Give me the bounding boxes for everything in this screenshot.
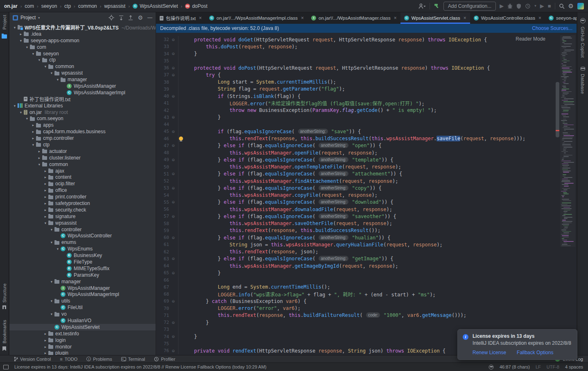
tree-row[interactable]: ▸actuator [9,148,156,155]
run-icon[interactable]: ▶ [500,3,504,9]
breadcrumb-item[interactable]: ctp [64,3,71,9]
code-line[interactable]: 67 Long end = System.currentTimeMillis()… [156,284,577,291]
code-line[interactable]: 40⊖ if (Strings.isBlank(flag)) { [156,93,577,100]
tree-row[interactable]: ▸safetyprotection [9,200,156,207]
debug-icon[interactable] [507,3,513,9]
chevron-down-icon[interactable]: ▾ [49,240,54,244]
build-hammer-icon[interactable] [434,3,440,9]
tree-row[interactable]: ▸cap4.form.modules.business [9,128,156,135]
fallback-options-link[interactable]: Fallback Options [517,350,553,355]
code-line[interactable]: 35 [156,57,577,64]
tree-row[interactable]: ▾seeyon [9,50,156,57]
tree-row[interactable]: ▸office [9,187,156,193]
chevron-down-icon[interactable]: ▾ [49,312,54,316]
tool-button-problems[interactable]: ! Problems [86,357,112,362]
chevron-down-icon[interactable]: ▾ [38,16,40,20]
tree-row[interactable]: ▾ctp [9,57,156,63]
code-line[interactable]: 34⊖ } [156,50,577,57]
tree-row[interactable]: ▾wpsassist [9,70,156,76]
fold-marker-icon[interactable]: ⊖ [169,257,177,261]
code-line[interactable]: 58 this.wpsAssistManager.saveOtherFile(r… [156,220,577,227]
code-line[interactable]: 60⊖ } else if (flag.equalsIgnoreCase( an… [156,234,577,241]
code-editor[interactable]: 32⊖ protected void doGet(HttpServletRequ… [156,33,577,355]
chevron-down-icon[interactable]: ▾ [24,116,30,121]
tab-close-icon[interactable]: × [538,15,541,21]
breadcrumb-item[interactable]: mdoPost [185,3,207,9]
tree-row[interactable]: ▸ajax [9,168,156,174]
fold-marker-icon[interactable]: ⊖ [169,143,177,148]
tree-row[interactable]: IWpsAssistManager [9,285,156,291]
fold-marker-icon[interactable]: ⊖ [169,38,177,42]
code-line[interactable]: 72⊖ } [156,319,577,326]
project-panel-title[interactable]: Project [20,15,36,20]
coverage-icon[interactable] [516,3,521,9]
code-line[interactable]: 44 [156,121,577,128]
code-line[interactable]: 54 this.wpsAssistManager.copyFile(reques… [156,192,577,199]
tool-button-bookmarks[interactable]: Bookmarks [2,320,7,344]
tab-close-icon[interactable]: × [464,15,466,21]
chevron-down-icon[interactable]: ▾ [43,221,48,225]
tree-row[interactable]: ▾utils [9,298,156,304]
breadcrumb-item[interactable]: common [78,3,97,9]
tool-button-profiler[interactable]: Profiler [154,357,175,362]
code-line[interactable]: 52 this.wpsAssistManager.findAttachement… [156,178,577,184]
fold-marker-icon[interactable]: ⊖ [169,172,177,176]
code-line[interactable]: 65⊖ } [156,269,577,276]
chevron-right-icon[interactable]: ▸ [36,156,42,160]
tree-row[interactable]: IWpsAssistManager [9,83,156,89]
code-line[interactable]: 47⊖ } else if (flag.equalsIgnoreCase( an… [156,142,577,149]
breadcrumb-item[interactable]: on.jar [4,3,18,9]
tree-row[interactable]: ▸signature [9,213,156,220]
tab-close-icon[interactable]: × [394,15,397,21]
stop-icon[interactable]: ■ [548,3,551,9]
code-line[interactable]: 64 this.wpsAssistManager.getImageByImgId… [156,262,577,269]
code-line[interactable]: 57⊖ } else if (flag.equalsIgnoreCase( an… [156,213,577,220]
user-icon[interactable] [418,3,426,9]
code-line[interactable]: 62 this.rendText(response, json); [156,248,577,255]
code-line[interactable]: 42 throw new BusinessException(ParamsKey… [156,107,577,114]
code-line[interactable]: 55⊖ } else if (flag.equalsIgnoreCase( an… [156,199,577,206]
bookmarks-icon[interactable] [2,346,6,351]
fold-marker-icon[interactable]: ⊖ [169,271,177,275]
code-line[interactable]: 49⊖ } else if (flag.equalsIgnoreCase( an… [156,156,577,163]
code-minimap[interactable] [560,35,575,247]
tool-button-terminal[interactable]: >_ Terminal [121,357,145,362]
copilot-status-icon[interactable] [489,364,494,369]
tool-button-github-copilot[interactable]: GitHub Copilot [580,27,585,58]
chevron-right-icon[interactable]: ▸ [43,188,48,192]
tree-row[interactable]: ▾External Libraries [9,102,156,109]
panel-settings-gear-icon[interactable]: ⚙ [138,15,143,20]
tree-row[interactable]: CWpsAssistController [9,233,156,239]
code-line[interactable]: 37⊖ try { [156,71,577,78]
tree-row[interactable]: CWpsAssistManagerImpl [9,291,156,298]
tree-row[interactable]: EMIMETypeSuffix [9,265,156,272]
tree-row[interactable]: ▾manager [9,76,156,83]
fold-marker-icon[interactable]: ⊖ [169,321,177,325]
chevron-right-icon[interactable]: ▸ [30,136,36,140]
tab-close-icon[interactable]: × [301,15,304,21]
file-encoding[interactable]: UTF-8 [547,364,559,369]
code-line[interactable]: 71 this.rendText(response, this.buildFai… [156,312,577,319]
tool-button-todo[interactable]: ≡ TODO [60,357,77,362]
tree-row[interactable]: ▾wpsassist [9,220,156,226]
code-line[interactable]: 59 this.rendText(response, this.buildSuc… [156,227,577,234]
tree-row[interactable]: ▸content [9,174,156,180]
breadcrumb-item[interactable]: seeyon [41,3,57,9]
code-line[interactable]: 39 String flag = request.getParameter("f… [156,86,577,93]
intention-bulb-icon[interactable] [179,137,183,141]
code-line[interactable]: 68 LOGGER.info("wps请求oa->flag=" + flag +… [156,291,577,298]
code-line[interactable]: 61 String json = this.wpsAssistManager.q… [156,241,577,248]
tree-row[interactable]: 补丁包操作说明.txt [9,96,156,102]
editor-scrollbar[interactable] [556,82,559,137]
chevron-down-icon[interactable]: ▾ [30,143,36,147]
code-line[interactable]: 48 this.wpsAssistManager.openFile(reques… [156,149,577,156]
caret-position[interactable]: 46:87 (8 chars) [500,364,530,369]
add-configuration-button[interactable]: Add Configuration... [443,2,496,11]
collapse-all-icon[interactable] [128,15,133,20]
code-line[interactable]: 69⊖ } catch (BusinessException var6) { [156,298,577,305]
tree-row[interactable]: ▸ocip.filter [9,180,156,187]
tree-row[interactable]: CFileUtil [9,304,156,311]
editor-tab[interactable]: Con.jar!/.../WpsAssistManagerImpl.class× [206,12,308,24]
tree-row[interactable]: ▸cluster.listener [9,155,156,161]
database-icon[interactable] [581,67,585,71]
